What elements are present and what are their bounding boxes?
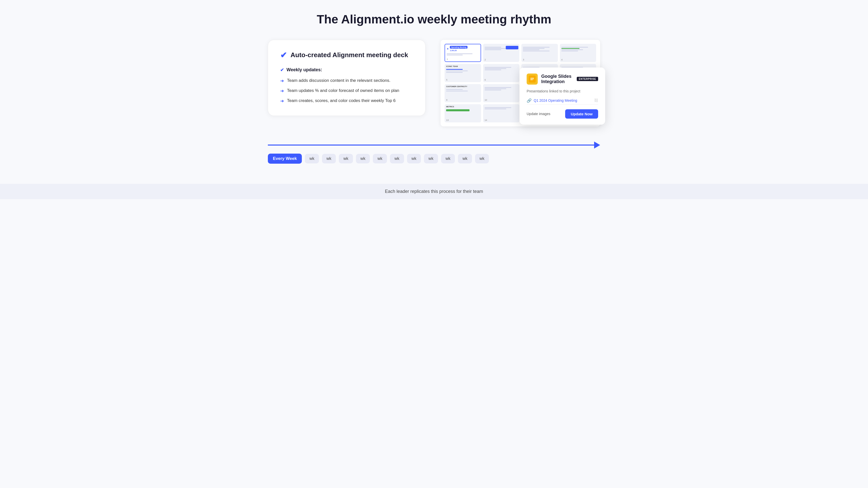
gs-link-text[interactable]: Q1 2024 Operating Meeting	[534, 98, 577, 102]
gs-link-row: 🔗 Q1 2024 Operating Meeting ⛓	[527, 97, 598, 105]
wk-label-4: wk	[356, 154, 370, 163]
bullet-list: ➜ Team adds discussion content in the re…	[280, 77, 413, 104]
slide-thumb-10: 10	[483, 84, 519, 102]
slide-thumb-14: 14	[483, 104, 519, 122]
slide-thumb-2: 2	[483, 44, 519, 62]
timeline-arrowhead	[594, 142, 600, 149]
page-footer: Each leader replicates this process for …	[0, 184, 868, 199]
right-side: ★ Operating Meeting 1.09.25 1	[440, 40, 600, 126]
slide-thumb-5: ICONIC TEAM 5	[444, 64, 481, 82]
wk-label-10: wk	[458, 154, 472, 163]
slide-thumb-4: 4	[560, 44, 596, 62]
gs-footer: Update images Update Now	[527, 109, 598, 119]
list-item: ➜ Team updates % and color forecast of o…	[280, 87, 413, 94]
list-item: ➜ Team creates, scores, and color codes …	[280, 97, 413, 104]
gs-update-label: Update images	[527, 112, 550, 116]
slides-grid-wrapper: ★ Operating Meeting 1.09.25 1	[440, 40, 600, 126]
slide-thumb-9: CUSTOMER CENTRICITY 9	[444, 84, 481, 102]
google-slides-icon	[527, 73, 538, 85]
enterprise-badge: ENTERPRISE	[577, 77, 598, 81]
arrow-icon: ➜	[280, 98, 284, 104]
card-heading: ✔ Auto-created Alignment meeting deck	[280, 51, 413, 59]
gs-popup: Google Slides Integration ENTERPRISE Pre…	[520, 67, 605, 125]
wk-label-1: wk	[305, 154, 319, 163]
list-item: ➜ Team adds discussion content in the re…	[280, 77, 413, 84]
timeline-line	[268, 145, 594, 146]
wk-label-2: wk	[322, 154, 336, 163]
weekly-updates-label: ✔ Weekly updates:	[280, 67, 413, 73]
check-icon-small: ✔	[280, 67, 284, 73]
gs-link-icon-right: ⛓	[594, 98, 598, 103]
slide-thumb-6: 6	[483, 64, 519, 82]
svg-rect-3	[530, 80, 533, 80]
svg-rect-2	[530, 79, 534, 79]
timeline-labels: Every Week wk wk wk wk wk wk wk wk wk wk…	[268, 154, 600, 164]
slide-thumb-13: METRICS 13	[444, 104, 481, 122]
card-title: Auto-created Alignment meeting deck	[290, 51, 408, 59]
arrow-icon: ➜	[280, 78, 284, 84]
gs-popup-header: Google Slides Integration ENTERPRISE	[527, 73, 598, 85]
wk-label-7: wk	[407, 154, 421, 163]
gs-title: Google Slides Integration	[541, 74, 573, 84]
check-icon-large: ✔	[280, 51, 287, 59]
wk-label-11: wk	[475, 154, 489, 163]
main-content: ✔ Auto-created Alignment meeting deck ✔ …	[268, 40, 600, 126]
arrow-icon: ➜	[280, 88, 284, 94]
update-now-button[interactable]: Update Now	[565, 109, 598, 119]
wk-label-8: wk	[424, 154, 438, 163]
wk-label-9: wk	[441, 154, 455, 163]
wk-label-5: wk	[373, 154, 387, 163]
footer-text: Each leader replicates this process for …	[385, 189, 483, 194]
wk-label-3: wk	[339, 154, 353, 163]
every-week-label[interactable]: Every Week	[268, 154, 302, 164]
svg-rect-1	[530, 78, 534, 78]
left-card: ✔ Auto-created Alignment meeting deck ✔ …	[268, 40, 426, 116]
gs-subtitle: Presentations linked to this project	[527, 89, 598, 93]
link-icon: 🔗	[527, 98, 532, 103]
page-title: The Alignment.io weekly meeting rhythm	[268, 12, 600, 27]
wk-label-6: wk	[390, 154, 404, 163]
gs-link-left: 🔗 Q1 2024 Operating Meeting	[527, 98, 577, 103]
slide-thumb-3: 3	[521, 44, 558, 62]
slide-thumb-1: ★ Operating Meeting 1.09.25 1	[444, 44, 481, 62]
timeline-arrow-row	[268, 142, 600, 149]
timeline-section: Every Week wk wk wk wk wk wk wk wk wk wk…	[258, 142, 610, 164]
